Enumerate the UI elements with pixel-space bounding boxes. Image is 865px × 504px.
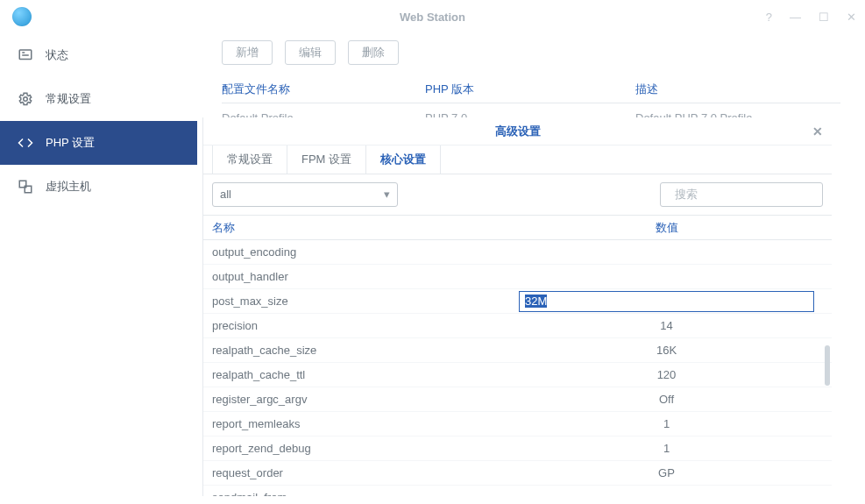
profiles-col-version[interactable]: PHP 版本 [425,82,635,97]
tab-general[interactable]: 常规设置 [212,146,287,173]
settings-row[interactable]: sendmail_from [203,486,832,496]
settings-col-value[interactable]: 数值 [517,220,832,236]
app-icon [12,7,32,26]
setting-value: 1 [517,442,832,455]
settings-row[interactable]: realpath_cache_ttl120 [203,363,832,387]
help-icon[interactable]: ? [766,11,772,23]
gear-icon [18,91,33,107]
tab-core[interactable]: 核心设置 [366,146,441,173]
settings-row[interactable]: report_memleaks1 [203,412,832,437]
setting-name: realpath_cache_ttl [212,368,517,381]
filter-value: all [220,188,231,201]
setting-value: Off [517,393,832,406]
settings-row[interactable]: output_handler [203,265,832,289]
svg-point-1 [24,97,28,102]
sidebar-item-label: 状态 [46,47,68,63]
setting-name: realpath_cache_size [212,344,517,357]
dialog-title-bar: 高级设置 ✕ [203,117,832,146]
setting-value[interactable] [517,291,832,312]
status-icon [18,47,33,63]
sidebar: 状态 常规设置 PHP 设置 虚拟主机 [0,33,197,504]
settings-row[interactable]: request_orderGP [203,461,832,486]
profiles-col-desc[interactable]: 描述 [635,82,840,97]
search-input[interactable] [675,188,822,201]
sidebar-item-status[interactable]: 状态 [0,33,197,77]
settings-list: output_encodingoutput_handlerpost_max_si… [203,240,832,496]
setting-name: precision [212,319,517,332]
delete-button[interactable]: 删除 [348,40,399,65]
setting-name: output_handler [212,270,517,283]
code-icon [18,135,33,151]
settings-row[interactable]: output_encoding [203,240,832,265]
settings-header: 名称 数值 [203,216,832,240]
advanced-settings-dialog: 高级设置 ✕ 常规设置 FPM 设置 核心设置 all ▾ 名 [202,117,832,496]
sidebar-item-label: PHP 设置 [46,135,95,151]
setting-name: request_order [212,466,517,479]
sidebar-item-label: 虚拟主机 [46,179,91,195]
content: 新增 编辑 删除 配置文件名称 PHP 版本 描述 Default Profil… [197,33,865,504]
tab-fpm[interactable]: FPM 设置 [287,146,366,173]
dialog-toolbar: all ▾ [203,174,832,216]
profiles-toolbar: 新增 编辑 删除 [222,40,840,65]
settings-row[interactable]: register_argc_argvOff [203,387,832,412]
sidebar-item-general-settings[interactable]: 常规设置 [0,77,197,121]
sidebar-item-label: 常规设置 [46,91,91,107]
vhost-icon [18,179,33,195]
setting-value: 120 [517,368,832,381]
setting-name: report_zend_debug [212,442,517,455]
titlebar: Web Station ? — ☐ ✕ [0,0,865,33]
setting-name: output_encoding [212,245,517,259]
add-button[interactable]: 新增 [222,40,273,65]
settings-row[interactable]: report_zend_debug1 [203,437,832,461]
dialog-title: 高级设置 [495,124,541,139]
close-window-icon[interactable]: ✕ [847,11,856,23]
chevron-down-icon: ▾ [384,188,390,201]
settings-row[interactable]: realpath_cache_size16K [203,338,832,363]
sidebar-item-php-settings[interactable]: PHP 设置 [0,121,197,165]
setting-name: report_memleaks [212,417,517,430]
settings-col-name[interactable]: 名称 [212,220,517,236]
settings-row[interactable]: post_max_size [203,289,832,314]
maximize-icon[interactable]: ☐ [819,11,829,23]
dialog-tabs: 常规设置 FPM 设置 核心设置 [203,146,832,174]
setting-name: post_max_size [212,295,517,308]
filter-dropdown[interactable]: all ▾ [212,182,398,207]
close-icon[interactable]: ✕ [812,124,823,138]
setting-name: register_argc_argv [212,393,517,406]
profiles-header: 配置文件名称 PHP 版本 描述 [222,75,840,103]
setting-value: 14 [517,319,832,332]
scrollbar[interactable] [825,345,830,386]
window-title: Web Station [0,11,865,24]
setting-value: GP [517,466,832,479]
setting-value: 16K [517,344,832,357]
settings-row[interactable]: precision14 [203,314,832,338]
setting-value-input[interactable] [519,291,814,312]
sidebar-item-virtual-host[interactable]: 虚拟主机 [0,165,197,209]
search-box[interactable] [660,182,823,207]
profiles-col-name[interactable]: 配置文件名称 [222,82,425,97]
edit-button[interactable]: 编辑 [285,40,336,65]
setting-value: 1 [517,417,832,430]
minimize-icon[interactable]: — [790,11,801,23]
setting-name: sendmail_from [212,491,517,496]
